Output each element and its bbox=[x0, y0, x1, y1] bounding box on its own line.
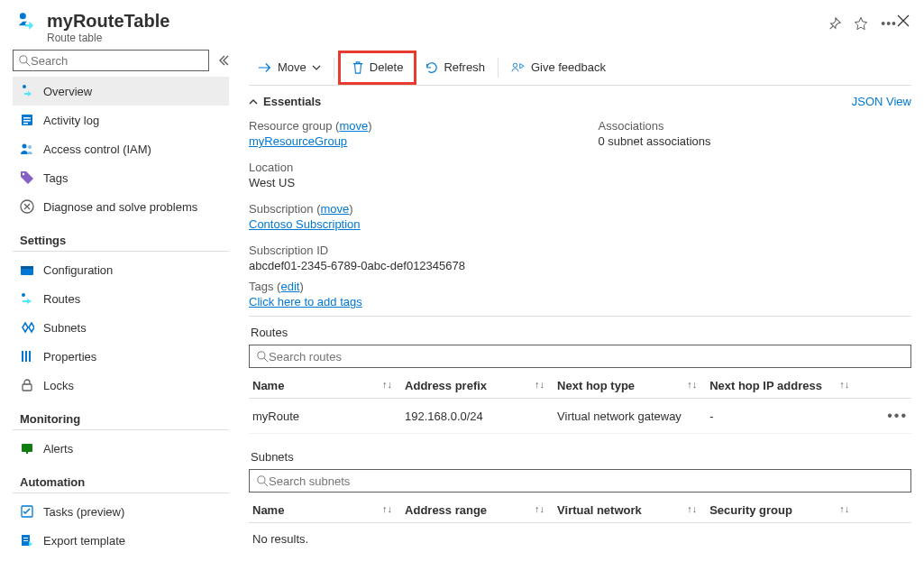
arrow-right-icon bbox=[258, 61, 272, 74]
close-icon[interactable] bbox=[897, 14, 910, 27]
sidebar-item-label: Access control (IAM) bbox=[43, 143, 151, 156]
subscription-id-label: Subscription ID bbox=[249, 244, 563, 257]
associations-value: 0 subnet associations bbox=[599, 134, 912, 148]
tasks-icon bbox=[20, 504, 34, 519]
sidebar-item-access-control-iam-[interactable]: Access control (IAM) bbox=[13, 134, 229, 163]
config-icon bbox=[20, 262, 34, 277]
json-view-link[interactable]: JSON View bbox=[852, 95, 911, 108]
subnets-section-title: Subnets bbox=[251, 450, 911, 464]
toolbar: Move Delete Refresh Give feedback bbox=[249, 50, 911, 86]
page-title: myRouteTable bbox=[47, 11, 816, 32]
search-icon bbox=[257, 475, 269, 487]
subnets-table: Name↑↓ Address range↑↓ Virtual network↑↓… bbox=[249, 498, 911, 523]
svg-line-24 bbox=[264, 483, 268, 486]
location-value: West US bbox=[249, 176, 563, 189]
resource-group-value[interactable]: myResourceGroup bbox=[249, 134, 347, 148]
sidebar-item-configuration[interactable]: Configuration bbox=[13, 255, 229, 284]
sidebar-item-label: Properties bbox=[43, 350, 96, 364]
delete-highlight: Delete bbox=[338, 51, 417, 85]
refresh-label: Refresh bbox=[444, 60, 485, 74]
sidebar-item-overview[interactable]: Overview bbox=[13, 77, 229, 106]
routes-section-title: Routes bbox=[251, 326, 911, 339]
sidebar-item-label: Tasks (preview) bbox=[43, 505, 124, 519]
sidebar-item-subnets[interactable]: Subnets bbox=[13, 313, 229, 342]
tags-edit-link[interactable]: edit bbox=[280, 280, 299, 293]
subscription-value[interactable]: Contoso Subscription bbox=[249, 217, 361, 231]
routes-col-prefix[interactable]: Address prefix↑↓ bbox=[401, 373, 553, 399]
subscription-id-value: abcdef01-2345-6789-0abc-def012345678 bbox=[249, 259, 563, 272]
more-icon[interactable]: ••• bbox=[881, 16, 897, 31]
svg-rect-16 bbox=[22, 444, 32, 452]
sidebar-item-label: Tags bbox=[43, 171, 68, 185]
subnets-col-vnet[interactable]: Virtual network↑↓ bbox=[553, 498, 706, 523]
routes-col-hoptype[interactable]: Next hop type↑↓ bbox=[553, 373, 706, 399]
subnets-search-input[interactable] bbox=[269, 474, 903, 488]
page-subtitle: Route table bbox=[47, 32, 816, 44]
star-icon[interactable] bbox=[854, 16, 868, 31]
refresh-button[interactable]: Refresh bbox=[416, 55, 494, 80]
sidebar-item-export-template[interactable]: Export template bbox=[13, 526, 229, 555]
sidebar-item-alerts[interactable]: Alerts bbox=[13, 434, 229, 463]
sidebar-item-label: Locks bbox=[43, 379, 74, 392]
routes-search[interactable] bbox=[249, 345, 911, 368]
table-row[interactable]: myRoute192.168.0.0/24Virtual network gat… bbox=[249, 399, 911, 434]
sidebar-item-label: Subnets bbox=[43, 321, 87, 335]
sidebar-item-activity-log[interactable]: Activity log bbox=[13, 106, 229, 134]
essentials-title: Essentials bbox=[263, 95, 321, 108]
sidebar-item-label: Overview bbox=[43, 85, 92, 98]
routes-search-input[interactable] bbox=[269, 350, 903, 364]
subnets-search[interactable] bbox=[249, 469, 911, 493]
svg-rect-13 bbox=[25, 351, 27, 362]
subnets-col-range[interactable]: Address range↑↓ bbox=[401, 498, 553, 523]
move-button[interactable]: Move bbox=[249, 55, 330, 80]
routes-col-hopip[interactable]: Next hop IP address↑↓ bbox=[706, 373, 858, 399]
alerts-icon bbox=[20, 441, 34, 456]
sidebar-item-properties[interactable]: Properties bbox=[13, 342, 229, 371]
nav-section-header: Settings bbox=[13, 221, 229, 252]
sidebar-item-diagnose-and-solve-problems[interactable]: Diagnose and solve problems bbox=[13, 192, 229, 221]
nav-section-header: Monitoring bbox=[13, 400, 229, 430]
sidebar-item-tags[interactable]: Tags bbox=[13, 163, 229, 192]
svg-rect-10 bbox=[21, 266, 33, 269]
resource-group-move-link[interactable]: move bbox=[339, 119, 368, 133]
search-icon bbox=[257, 351, 269, 363]
sidebar-item-routes[interactable]: Routes bbox=[13, 284, 229, 313]
refresh-icon bbox=[425, 61, 438, 74]
sidebar-search[interactable] bbox=[13, 50, 209, 71]
sidebar-item-locks[interactable]: Locks bbox=[13, 371, 229, 400]
trash-icon bbox=[352, 61, 364, 74]
svg-line-22 bbox=[264, 358, 268, 362]
essentials-toggle[interactable]: Essentials bbox=[249, 95, 321, 108]
iam-icon bbox=[20, 142, 34, 156]
pin-icon[interactable] bbox=[828, 17, 841, 30]
svg-rect-14 bbox=[29, 351, 31, 362]
collapse-sidebar-icon[interactable] bbox=[218, 55, 229, 66]
separator bbox=[498, 58, 499, 78]
sidebar-item-label: Configuration bbox=[43, 263, 113, 277]
row-context-menu[interactable]: ••• bbox=[858, 399, 911, 434]
tags-label: Tags bbox=[249, 280, 273, 293]
subnets-col-nsg[interactable]: Security group↑↓ bbox=[706, 498, 858, 523]
svg-point-20 bbox=[513, 63, 517, 67]
sidebar-search-input[interactable] bbox=[31, 54, 203, 68]
sidebar-item-label: Routes bbox=[43, 292, 80, 306]
routes-col-name[interactable]: Name↑↓ bbox=[249, 373, 401, 399]
svg-rect-5 bbox=[23, 123, 28, 124]
sidebar-item-label: Export template bbox=[43, 534, 125, 548]
sidebar: OverviewActivity logAccess control (IAM)… bbox=[0, 50, 236, 555]
subnets-no-results: No results. bbox=[249, 523, 911, 555]
route-hop-ip: - bbox=[706, 399, 858, 434]
overview-icon bbox=[20, 84, 34, 98]
svg-point-8 bbox=[23, 173, 24, 175]
properties-icon bbox=[20, 349, 34, 364]
feedback-button[interactable]: Give feedback bbox=[502, 55, 615, 80]
location-label: Location bbox=[249, 161, 563, 174]
subscription-move-link[interactable]: move bbox=[321, 202, 350, 216]
delete-button[interactable]: Delete bbox=[343, 55, 413, 80]
tags-add-link[interactable]: Click here to add tags bbox=[249, 295, 362, 308]
resource-group-label: Resource group bbox=[249, 119, 333, 133]
svg-point-0 bbox=[20, 55, 27, 62]
svg-point-23 bbox=[258, 475, 265, 483]
subnets-col-name[interactable]: Name↑↓ bbox=[249, 498, 401, 523]
sidebar-item-tasks-preview-[interactable]: Tasks (preview) bbox=[13, 497, 229, 526]
